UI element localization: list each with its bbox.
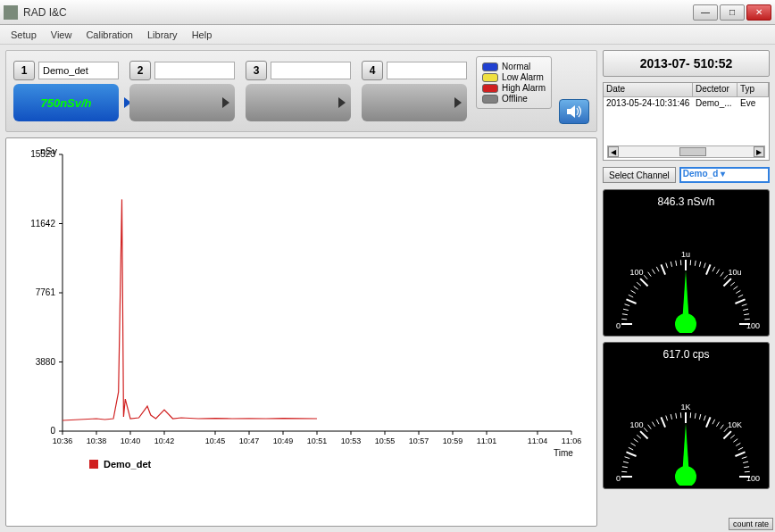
menu-calibration[interactable]: Calibration	[80, 28, 138, 42]
svg-line-51	[626, 299, 636, 303]
channel-num-button[interactable]: 1	[13, 61, 35, 80]
channel-dropdown[interactable]: Demo_d ▾	[679, 167, 770, 183]
svg-text:10K: 10K	[728, 420, 742, 429]
svg-line-76	[723, 278, 730, 286]
table-scrollbar[interactable]: ◀ ▶	[607, 145, 765, 158]
svg-line-69	[699, 262, 700, 267]
menu-setup[interactable]: Setup	[5, 28, 42, 42]
channel-num-button[interactable]: 2	[129, 61, 151, 80]
menu-view[interactable]: View	[46, 28, 78, 42]
legend-offline-swatch	[482, 95, 498, 104]
close-button[interactable]: ✕	[746, 4, 771, 21]
svg-line-63	[671, 262, 671, 267]
channel-1: 1Demo_det750nSv/h	[13, 61, 119, 121]
svg-line-118	[706, 417, 711, 427]
svg-line-101	[634, 439, 638, 443]
svg-text:11:01: 11:01	[477, 436, 497, 445]
channel-4: 4	[362, 61, 467, 121]
svg-text:100: 100	[746, 321, 760, 330]
svg-line-59	[652, 270, 654, 274]
svg-line-98	[626, 452, 636, 456]
event-table[interactable]: Date Dectetor Typ 2013-05-24-10:31:46 De…	[603, 82, 770, 161]
channel-label[interactable]	[154, 62, 235, 79]
dose-gauge[interactable]: 846.3 nSv/h 1001u10u0100	[603, 189, 770, 337]
svg-point-92	[675, 313, 696, 333]
svg-line-99	[629, 447, 633, 450]
svg-line-123	[723, 431, 730, 438]
svg-line-124	[730, 435, 735, 438]
dose-value: 846.3 nSv/h	[604, 190, 769, 208]
maximize-button[interactable]: □	[720, 4, 745, 21]
svg-text:10:53: 10:53	[341, 436, 362, 445]
svg-text:100: 100	[629, 420, 643, 429]
sound-button[interactable]	[559, 99, 589, 124]
count-value: 617.0 cps	[604, 343, 769, 361]
legend-normal-label: Normal	[502, 62, 530, 71]
svg-text:10:45: 10:45	[205, 436, 226, 445]
svg-line-120	[716, 422, 719, 427]
channel-num-button[interactable]: 4	[362, 61, 383, 80]
svg-line-77	[730, 282, 735, 286]
svg-line-131	[744, 467, 749, 468]
channel-label[interactable]: Demo_det	[38, 62, 119, 79]
channel-body[interactable]: 750nSv/h	[13, 84, 119, 121]
col-detector[interactable]: Dectetor	[693, 83, 738, 96]
svg-line-104	[644, 428, 647, 432]
svg-text:1K: 1K	[680, 403, 690, 411]
chart-panel: nSv038807761116421552310:3610:3810:4010:…	[5, 137, 597, 527]
channel-body[interactable]	[246, 84, 351, 121]
svg-line-64	[676, 261, 677, 266]
svg-text:100: 100	[746, 474, 760, 483]
svg-line-82	[742, 304, 747, 306]
channel-label[interactable]	[271, 62, 351, 79]
col-date[interactable]: Date	[604, 83, 693, 96]
menu-library[interactable]: Library	[142, 28, 183, 42]
svg-text:10u: 10u	[728, 268, 741, 277]
table-row[interactable]: 2013-05-24-10:31:46 Demo_... Eve	[604, 97, 769, 109]
svg-line-54	[634, 287, 638, 290]
svg-text:Demo_det: Demo_det	[104, 459, 152, 470]
svg-line-53	[631, 290, 636, 293]
svg-text:7761: 7761	[36, 287, 56, 297]
count-gauge[interactable]: 617.0 cps 1001K10K0100	[603, 342, 770, 489]
svg-line-73	[716, 270, 719, 274]
svg-line-125	[733, 439, 738, 443]
app-icon	[4, 5, 18, 20]
svg-line-97	[625, 457, 630, 459]
channel-body[interactable]	[129, 84, 235, 121]
svg-text:10:36: 10:36	[53, 436, 73, 445]
svg-text:10:47: 10:47	[239, 436, 260, 445]
svg-line-80	[738, 295, 743, 297]
svg-line-109	[666, 416, 668, 421]
channel-label[interactable]	[387, 62, 467, 79]
svg-line-68	[695, 261, 696, 266]
svg-line-84	[744, 314, 749, 315]
channel-num-button[interactable]: 3	[246, 61, 267, 80]
svg-text:100: 100	[629, 268, 643, 277]
select-channel-button[interactable]: Select Channel	[603, 167, 676, 183]
svg-text:10:49: 10:49	[273, 436, 294, 445]
menu-help[interactable]: Help	[187, 28, 218, 42]
svg-line-110	[671, 414, 671, 420]
svg-text:10:57: 10:57	[409, 436, 429, 445]
channel-body[interactable]	[362, 84, 467, 121]
svg-line-56	[640, 278, 647, 286]
svg-rect-44	[89, 460, 98, 469]
svg-line-115	[695, 413, 696, 419]
col-type[interactable]: Typ	[738, 83, 769, 96]
svg-line-58	[648, 272, 652, 277]
chart[interactable]: nSv038807761116421552310:3610:3810:4010:…	[13, 145, 585, 476]
svg-line-75	[724, 275, 728, 279]
legend-high-swatch	[482, 84, 498, 93]
svg-text:11642: 11642	[30, 219, 55, 229]
scroll-right-icon[interactable]: ▶	[754, 146, 764, 157]
svg-line-96	[623, 461, 629, 462]
svg-line-128	[735, 452, 745, 456]
window-title: RAD I&C	[23, 6, 693, 19]
minimize-button[interactable]: —	[693, 4, 718, 21]
channel-row: 1Demo_det750nSv/h234 Normal Low Alarm Hi…	[5, 50, 597, 132]
scroll-left-icon[interactable]: ◀	[608, 146, 619, 157]
svg-line-108	[661, 417, 665, 427]
legend-high-label: High Alarm	[502, 83, 546, 93]
scroll-thumb[interactable]	[679, 147, 706, 156]
